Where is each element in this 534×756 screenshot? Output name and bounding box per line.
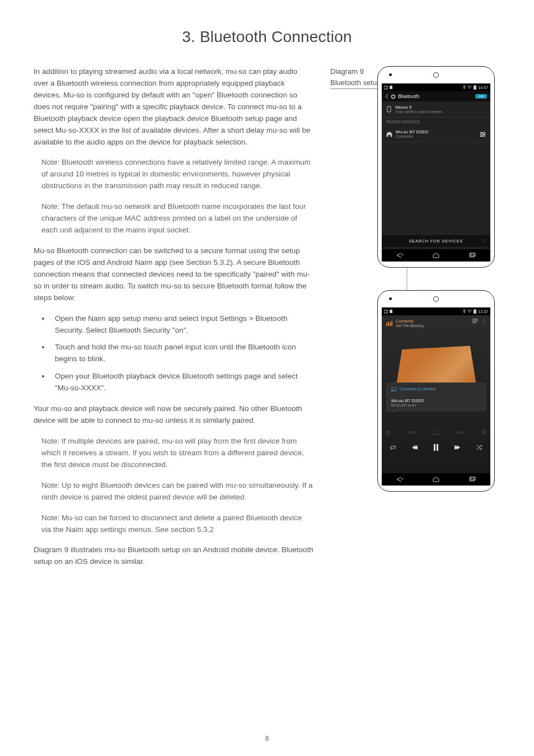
- phone-speaker-icon: [433, 72, 439, 78]
- repeat-icon[interactable]: [390, 445, 396, 450]
- track-artist: Get The Blessing: [396, 324, 424, 328]
- wifi-status-icon: [467, 310, 472, 313]
- search-devices-button[interactable]: SEARCH FOR DEVICES ⋮: [382, 235, 490, 247]
- cast-small-icon[interactable]: [433, 430, 439, 435]
- note-mac-name: Note: The default mu-so network and Blue…: [41, 201, 313, 236]
- bluetooth-header-label: Bluetooth: [398, 94, 419, 99]
- back-icon[interactable]: [385, 94, 388, 99]
- notif2-icon: [390, 310, 394, 314]
- phone-camera-dot: [389, 297, 392, 300]
- svg-rect-24: [388, 321, 389, 326]
- svg-point-13: [483, 132, 485, 133]
- android-nav-bar: [382, 249, 490, 262]
- wifi-status-icon: [467, 86, 472, 89]
- nav-home-icon[interactable]: [432, 477, 440, 482]
- svg-rect-25: [390, 323, 391, 326]
- notif2-icon: [390, 86, 394, 90]
- step-3: Open your Bluetooth playback device Blue…: [50, 371, 313, 394]
- svg-rect-21: [474, 310, 476, 314]
- svg-rect-23: [386, 323, 387, 326]
- queue-icon[interactable]: [472, 319, 478, 323]
- phone-icon: [386, 106, 392, 113]
- svg-point-15: [484, 135, 485, 137]
- svg-point-4: [470, 88, 470, 88]
- step-2: Touch and hold the mu-so touch panel inp…: [50, 342, 313, 365]
- svg-rect-22: [475, 309, 476, 310]
- body-text-column: In addition to playing streamed audio vi…: [34, 66, 313, 577]
- bluetooth-header: Bluetooth ON: [382, 91, 490, 101]
- svg-rect-5: [474, 86, 476, 90]
- notif-icon: [384, 86, 388, 90]
- overflow-menu-icon[interactable]: ⋮: [481, 319, 486, 324]
- svg-rect-33: [437, 444, 438, 451]
- bluetooth-toggle[interactable]: ON: [475, 94, 487, 99]
- phone-bluetooth-settings: 14:57 Bluetooth ON Ne: [377, 66, 495, 268]
- my-device-name: Nexus 5: [395, 105, 411, 110]
- nav-back-icon[interactable]: [396, 477, 404, 482]
- player-controls: [382, 444, 490, 451]
- page-title: 3. Bluetooth Connection: [34, 28, 500, 46]
- connect-header: Connect to device: [400, 386, 435, 391]
- nav-recents-icon[interactable]: [469, 253, 476, 258]
- device-settings-icon[interactable]: [480, 131, 486, 137]
- status-time: 14:57: [478, 86, 488, 90]
- svg-rect-9: [387, 106, 391, 112]
- status-bar: 14:57: [382, 83, 490, 91]
- equalizer-icon: [386, 320, 393, 326]
- track-title: Corniche: [396, 319, 424, 324]
- my-device-sub: Only visible to paired devices: [395, 110, 442, 114]
- paired-devices-label: PAIRED DEVICES: [382, 118, 490, 126]
- svg-rect-32: [434, 444, 435, 451]
- shuffle-icon[interactable]: [476, 445, 483, 450]
- note-eight-devices: Note: Up to eight Bluetooth devices can …: [41, 480, 313, 503]
- elapsed-time: 2:54: [409, 431, 415, 434]
- total-time: 4:31: [457, 431, 464, 434]
- phone-music-player: 13:37 Corniche Get The Blessing: [377, 290, 495, 492]
- svg-point-14: [481, 133, 483, 135]
- connect-device-type: Bluetooth audio: [391, 403, 481, 407]
- svg-rect-34: [470, 478, 474, 481]
- bluetooth-status-icon: [463, 85, 466, 90]
- connect-device-row[interactable]: Mu-so BT D2ED Bluetooth audio: [387, 395, 485, 410]
- connect-device-popup: Connect to device Mu-so BT D2ED Bluetoot…: [386, 382, 486, 411]
- svg-rect-26: [391, 321, 392, 326]
- note-force-disconnect: Note: Mu-so can be forced to disconnect …: [41, 512, 313, 536]
- paired-device-name: Mu-so BT D2ED: [396, 129, 428, 134]
- notif-icon: [384, 310, 388, 314]
- intro-paragraph: In addition to playing streamed audio vi…: [34, 66, 313, 148]
- svg-point-8: [393, 96, 394, 97]
- phone-speaker-icon: [433, 296, 439, 302]
- nav-home-icon[interactable]: [432, 253, 440, 258]
- svg-rect-3: [390, 86, 392, 89]
- steps-list: Open the Naim app setup menu and select …: [50, 313, 313, 395]
- diagram-column: Diagram 9 Bluetooth setup: [330, 66, 500, 577]
- step-1: Open the Naim app setup menu and select …: [50, 313, 313, 337]
- secure-intro-paragraph: Mu-so Bluetooth connection can be switch…: [34, 245, 313, 304]
- svg-rect-19: [390, 310, 392, 313]
- svg-rect-16: [470, 254, 474, 257]
- phone-camera-dot: [389, 73, 392, 76]
- nav-back-icon[interactable]: [396, 253, 404, 258]
- svg-rect-6: [475, 85, 476, 86]
- next-icon[interactable]: [454, 445, 461, 450]
- bluetooth-status-icon: [463, 309, 466, 314]
- cast-icon: [391, 387, 397, 391]
- my-device-row[interactable]: Nexus 5 Only visible to paired devices: [382, 101, 490, 118]
- nav-recents-icon[interactable]: [469, 477, 476, 482]
- svg-rect-18: [384, 310, 387, 313]
- thumbs-up-icon[interactable]: [385, 430, 391, 435]
- android-nav-bar: [382, 473, 490, 486]
- status-time: 13:37: [478, 310, 488, 314]
- connect-device-name: Mu-so BT D2ED: [391, 398, 481, 403]
- previous-icon[interactable]: [411, 445, 418, 450]
- note-range: Note: Bluetooth wireless connections hav…: [41, 157, 313, 192]
- pause-icon[interactable]: [433, 444, 439, 451]
- headphones-icon: [386, 131, 392, 137]
- thumbs-down-icon[interactable]: [481, 430, 487, 435]
- diagram-reference-paragraph: Diagram 9 illustrates mu-so Bluetooth se…: [34, 544, 313, 568]
- battery-status-icon: [474, 85, 476, 90]
- overflow-menu-icon[interactable]: ⋮: [481, 239, 486, 243]
- note-multiple-devices: Note: If multiple devices are paired, mu…: [41, 436, 313, 471]
- status-bar: 13:37: [382, 307, 490, 315]
- paired-device-row[interactable]: Mu-so BT D2ED Connected: [382, 126, 490, 142]
